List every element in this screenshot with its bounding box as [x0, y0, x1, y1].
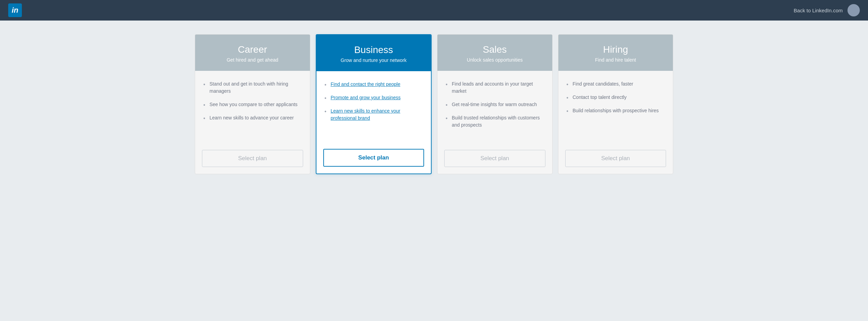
feature-link-business-0[interactable]: Find and contact the right people — [331, 81, 401, 87]
plan-subtitle-hiring: Find and hire talent — [565, 57, 666, 63]
linkedin-logo-icon: in — [8, 3, 22, 17]
plan-subtitle-career: Get hired and get ahead — [202, 57, 303, 63]
select-plan-button-sales[interactable]: Select plan — [444, 150, 545, 167]
plan-title-career: Career — [202, 44, 303, 55]
feature-link-business-1[interactable]: Promote and grow your business — [331, 95, 401, 100]
app-header: in Back to LinkedIn.com — [0, 0, 868, 21]
plan-title-sales: Sales — [444, 44, 545, 55]
list-item: Learn new skills to enhance your profess… — [325, 107, 423, 122]
plan-title-business: Business — [323, 44, 424, 55]
plan-card-career: CareerGet hired and get aheadStand out a… — [195, 34, 310, 174]
plan-features-hiring: Find great candidates, fasterContact top… — [558, 71, 673, 144]
plan-card-sales: SalesUnlock sales opportunitiesFind lead… — [437, 34, 553, 174]
list-item: Contact top talent directly — [567, 94, 665, 101]
feature-link-business-2[interactable]: Learn new skills to enhance your profess… — [331, 108, 401, 121]
plan-header-sales: SalesUnlock sales opportunities — [437, 35, 552, 71]
plan-header-business: BusinessGrow and nurture your network — [316, 35, 431, 71]
plan-features-business: Find and contact the right peoplePromote… — [316, 71, 431, 143]
plan-footer-business: Select plan — [316, 143, 431, 174]
list-item: Build trusted relationships with custome… — [446, 114, 544, 129]
list-item: Stand out and get in touch with hiring m… — [203, 80, 302, 95]
list-item: Learn new skills to advance your career — [203, 114, 302, 121]
plan-subtitle-sales: Unlock sales opportunities — [444, 57, 545, 63]
list-item: Build relationships with prospective hir… — [567, 107, 665, 114]
plans-container: CareerGet hired and get aheadStand out a… — [195, 34, 673, 174]
plan-features-career: Stand out and get in touch with hiring m… — [195, 71, 310, 144]
list-item: Find leads and accounts in your target m… — [446, 80, 544, 95]
plan-header-hiring: HiringFind and hire talent — [558, 35, 673, 71]
select-plan-button-hiring[interactable]: Select plan — [565, 150, 666, 167]
select-plan-button-business[interactable]: Select plan — [323, 149, 424, 167]
main-content: CareerGet hired and get aheadStand out a… — [0, 21, 868, 188]
plan-footer-career: Select plan — [195, 144, 310, 174]
list-item: Find and contact the right people — [325, 81, 423, 88]
list-item: Get real-time insights for warm outreach — [446, 101, 544, 108]
back-to-linkedin-link[interactable]: Back to LinkedIn.com — [794, 8, 843, 13]
select-plan-button-career[interactable]: Select plan — [202, 150, 303, 167]
plan-subtitle-business: Grow and nurture your network — [323, 57, 424, 63]
plan-title-hiring: Hiring — [565, 44, 666, 55]
avatar[interactable] — [847, 4, 860, 16]
plan-features-sales: Find leads and accounts in your target m… — [437, 71, 552, 144]
plan-header-career: CareerGet hired and get ahead — [195, 35, 310, 71]
plan-card-hiring: HiringFind and hire talentFind great can… — [558, 34, 674, 174]
plan-card-business: BusinessGrow and nurture your networkFin… — [316, 34, 432, 174]
list-item: Find great candidates, faster — [567, 80, 665, 88]
list-item: Promote and grow your business — [325, 94, 423, 101]
list-item: See how you compare to other applicants — [203, 101, 302, 108]
plan-footer-hiring: Select plan — [558, 144, 673, 174]
header-right: Back to LinkedIn.com — [794, 4, 860, 16]
plan-footer-sales: Select plan — [437, 144, 552, 174]
